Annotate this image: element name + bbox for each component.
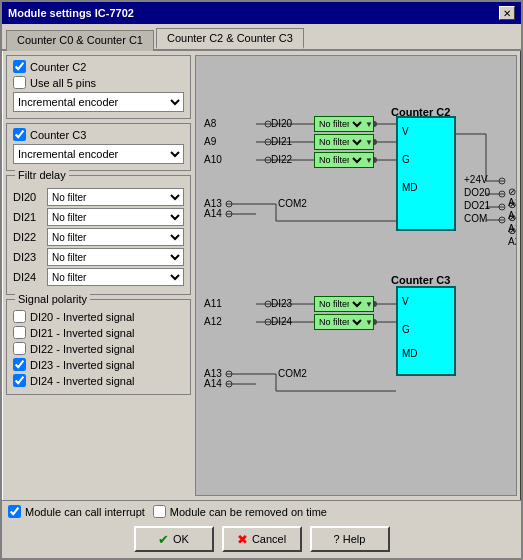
ok-label: OK bbox=[173, 533, 189, 545]
filter-label-di22: DI22 bbox=[13, 231, 43, 243]
polarity-di21-checkbox[interactable] bbox=[13, 326, 26, 339]
counter-c3-diagram-label: Counter C3 bbox=[391, 274, 450, 286]
counter-c2-checkbox[interactable] bbox=[13, 60, 26, 73]
filter-di22: No filter0.1ms1ms ▼ bbox=[314, 152, 374, 168]
left-panel: Counter C2 Use all 5 pins Incremental en… bbox=[6, 55, 191, 496]
counter-c2-mode-select[interactable]: Incremental encoder Up counter Down coun… bbox=[13, 92, 184, 112]
counter-c2-checkbox-row: Counter C2 bbox=[13, 60, 184, 73]
cancel-button[interactable]: ✖ Cancel bbox=[222, 526, 302, 552]
polarity-di24-checkbox[interactable] bbox=[13, 374, 26, 387]
interrupt-checkbox[interactable] bbox=[8, 505, 21, 518]
a12-label: A12 bbox=[204, 316, 222, 327]
di20-label: DI20 bbox=[271, 118, 292, 129]
a11-label: A11 bbox=[204, 298, 222, 309]
signal-polarity-group: Signal polarity DI20 - Inverted signal D… bbox=[6, 299, 191, 395]
tab-c2c3[interactable]: Counter C2 & Counter C3 bbox=[156, 28, 304, 49]
counter-c3-checkbox-row: Counter C3 bbox=[13, 128, 184, 141]
use-all-5-pins-label: Use all 5 pins bbox=[30, 77, 96, 89]
filter-select-di21[interactable]: No filter0.1ms1ms10ms bbox=[47, 208, 184, 226]
polarity-di23-label: DI23 - Inverted signal bbox=[30, 359, 135, 371]
filter-label-di24: DI24 bbox=[13, 271, 43, 283]
di23-label: DI23 bbox=[271, 298, 292, 309]
filter-delay-group: Filtr delay DI20 No filter0.1ms1ms10ms D… bbox=[6, 175, 191, 295]
counter-c2-mode-row: Incremental encoder Up counter Down coun… bbox=[13, 92, 184, 112]
tab-c0c1[interactable]: Counter C0 & Counter C1 bbox=[6, 30, 154, 51]
plus24v-label: +24V bbox=[464, 174, 488, 185]
counter-c2-label: Counter C2 bbox=[30, 61, 86, 73]
filter-di21: No filter0.1ms1ms ▼ bbox=[314, 134, 374, 150]
counter-c2-group: Counter C2 Use all 5 pins Incremental en… bbox=[6, 55, 191, 119]
a14-label-c2: A14 bbox=[204, 208, 222, 219]
cancel-icon: ✖ bbox=[237, 532, 248, 547]
tabs-row: Counter C0 & Counter C1 Counter C2 & Cou… bbox=[2, 24, 521, 51]
counter-c3-md-pin: MD bbox=[402, 348, 418, 359]
polarity-di20-checkbox[interactable] bbox=[13, 310, 26, 323]
filter-di23-select[interactable]: No filter0.1ms1ms bbox=[315, 297, 365, 311]
filter-di20-select[interactable]: No filter0.1ms1ms bbox=[315, 117, 365, 131]
filter-di24: No filter0.1ms1ms ▼ bbox=[314, 314, 374, 330]
counter-c3-checkbox[interactable] bbox=[13, 128, 26, 141]
removable-checkbox-row: Module can be removed on time bbox=[153, 505, 327, 518]
a9-label: A9 bbox=[204, 136, 216, 147]
filter-di21-select[interactable]: No filter0.1ms1ms bbox=[315, 135, 365, 149]
filter-delay-title: Filtr delay bbox=[15, 169, 69, 181]
filter-select-di20[interactable]: No filter0.1ms1ms10ms bbox=[47, 188, 184, 206]
filter-di24-select[interactable]: No filter0.1ms1ms bbox=[315, 315, 365, 329]
filter-select-di23[interactable]: No filter0.1ms1ms10ms bbox=[47, 248, 184, 266]
filter-label-di21: DI21 bbox=[13, 211, 43, 223]
polarity-di22-row: DI22 - Inverted signal bbox=[13, 342, 184, 355]
bottom-bar: Module can call interrupt Module can be … bbox=[2, 500, 521, 522]
com2-label-c2: COM2 bbox=[278, 198, 307, 209]
filter-row-di20: DI20 No filter0.1ms1ms10ms bbox=[13, 188, 184, 206]
removable-label: Module can be removed on time bbox=[170, 506, 327, 518]
a10-label: A10 bbox=[204, 154, 222, 165]
filter-label-di20: DI20 bbox=[13, 191, 43, 203]
filter-row-di24: DI24 No filter0.1ms1ms10ms bbox=[13, 268, 184, 286]
do20-label: DO20 bbox=[464, 187, 490, 198]
a14-label-c3: A14 bbox=[204, 378, 222, 389]
polarity-di21-label: DI21 - Inverted signal bbox=[30, 327, 135, 339]
filter-select-di24[interactable]: No filter0.1ms1ms10ms bbox=[47, 268, 184, 286]
di21-label: DI21 bbox=[271, 136, 292, 147]
a8-label: A8 bbox=[204, 118, 216, 129]
counter-c3-group: Counter C3 Incremental encoder Up counte… bbox=[6, 123, 191, 171]
polarity-di24-label: DI24 - Inverted signal bbox=[30, 375, 135, 387]
diagram-area: Counter C2 V G MD No filter0.1ms1ms ▼ bbox=[196, 56, 516, 495]
title-bar: Module settings IC-7702 ✕ bbox=[2, 2, 521, 24]
cancel-label: Cancel bbox=[252, 533, 286, 545]
di22-label: DI22 bbox=[271, 154, 292, 165]
counter-c2-md-pin: MD bbox=[402, 182, 418, 193]
polarity-di23-checkbox[interactable] bbox=[13, 358, 26, 371]
right-panel: Counter C2 V G MD No filter0.1ms1ms ▼ bbox=[195, 55, 517, 496]
counter-c2-v-pin: V bbox=[402, 126, 409, 137]
use-all-5-pins-checkbox[interactable] bbox=[13, 76, 26, 89]
filter-row-di23: DI23 No filter0.1ms1ms10ms bbox=[13, 248, 184, 266]
counter-c3-v-pin: V bbox=[402, 296, 409, 307]
removable-checkbox[interactable] bbox=[153, 505, 166, 518]
counter-c3-mode-row: Incremental encoder Up counter Down coun… bbox=[13, 144, 184, 164]
a20-label: ⊘ A20 bbox=[508, 225, 517, 247]
polarity-di20-row: DI20 - Inverted signal bbox=[13, 310, 184, 323]
help-button[interactable]: ? Help bbox=[310, 526, 390, 552]
window: Module settings IC-7702 ✕ Counter C0 & C… bbox=[0, 0, 523, 560]
do21-label: DO21 bbox=[464, 200, 490, 211]
polarity-di23-row: DI23 - Inverted signal bbox=[13, 358, 184, 371]
signal-polarity-title: Signal polarity bbox=[15, 293, 90, 305]
counter-c3-block: V G MD bbox=[396, 286, 456, 376]
filter-label-di23: DI23 bbox=[13, 251, 43, 263]
filter-row-di21: DI21 No filter0.1ms1ms10ms bbox=[13, 208, 184, 226]
window-title: Module settings IC-7702 bbox=[8, 7, 134, 19]
polarity-di22-checkbox[interactable] bbox=[13, 342, 26, 355]
close-button[interactable]: ✕ bbox=[499, 6, 515, 20]
counter-c3-mode-select[interactable]: Incremental encoder Up counter Down coun… bbox=[13, 144, 184, 164]
filter-di22-select[interactable]: No filter0.1ms1ms bbox=[315, 153, 365, 167]
help-label: ? Help bbox=[334, 533, 366, 545]
main-content: Counter C2 Use all 5 pins Incremental en… bbox=[2, 51, 521, 500]
ok-button[interactable]: ✔ OK bbox=[134, 526, 214, 552]
filter-row-di22: DI22 No filter0.1ms1ms10ms bbox=[13, 228, 184, 246]
filter-di23: No filter0.1ms1ms ▼ bbox=[314, 296, 374, 312]
buttons-row: ✔ OK ✖ Cancel ? Help bbox=[2, 522, 521, 558]
use-all-5-pins-row: Use all 5 pins bbox=[13, 76, 184, 89]
polarity-di22-label: DI22 - Inverted signal bbox=[30, 343, 135, 355]
filter-select-di22[interactable]: No filter0.1ms1ms10ms bbox=[47, 228, 184, 246]
